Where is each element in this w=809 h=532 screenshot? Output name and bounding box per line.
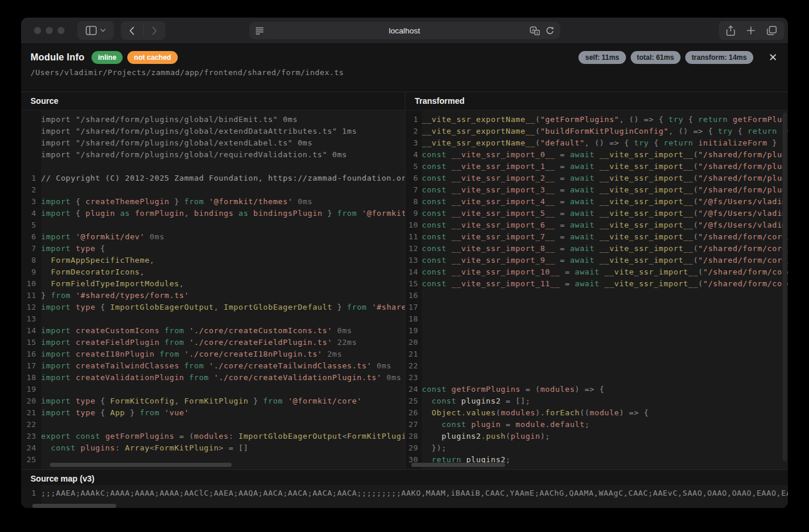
line-number: 8 (21, 255, 41, 266)
code-line: import "/shared/form/plugins/global/exte… (21, 126, 405, 137)
source-panel-title: Source (21, 92, 405, 110)
minimize-window-button[interactable] (46, 27, 53, 34)
code-line: 10const __vite_ssr_import_6__ = await __… (405, 219, 788, 231)
code-line: 2 (21, 184, 405, 196)
chevron-down-icon (100, 29, 106, 32)
transformed-vscrollbar[interactable] (783, 113, 787, 461)
code-line: 23 (405, 372, 788, 384)
line-number: 23 (405, 372, 422, 384)
line-number: 1 (21, 172, 41, 184)
code-line: 1// Copyright (C) 2012-2025 Zammad Found… (21, 172, 405, 184)
code-line: 2__vite_ssr_exportName__("buildFormKitPl… (405, 126, 788, 137)
code-line: 18 (405, 313, 788, 325)
transformed-panel-title: Transformed (405, 92, 788, 110)
line-number: 11 (21, 290, 41, 301)
line-number: 23 (21, 431, 41, 442)
line-number: 5 (21, 219, 41, 231)
line-number: 24 (405, 384, 422, 395)
code-line: 15const __vite_ssr_import_11__ = await _… (405, 278, 788, 290)
line-number: 28 (405, 431, 422, 442)
sourcemap-code-block[interactable]: 1;;;AAEA;AAAkC;AAAA;AAAA;AAAA;AAClC;AAEA… (21, 485, 788, 508)
timing-badges: self: 11mstotal: 61mstransform: 14ms (574, 51, 753, 64)
timing-badge: transform: 14ms (685, 51, 753, 64)
reload-icon[interactable] (546, 26, 554, 35)
close-icon[interactable]: ✕ (767, 52, 778, 63)
line-number: 11 (405, 231, 422, 243)
forward-button[interactable] (143, 26, 165, 35)
line-number: 8 (405, 196, 422, 208)
code-line: 24 const plugins: Array<FormKitPlugin> =… (21, 442, 405, 454)
line-number: 19 (405, 325, 422, 337)
code-line: 7const __vite_ssr_import_3__ = await __v… (405, 184, 788, 196)
line-number: 26 (405, 407, 422, 419)
line-number: 9 (405, 208, 422, 219)
tab-overview-icon[interactable] (767, 26, 777, 35)
reader-view-icon[interactable] (255, 26, 264, 35)
line-number: 20 (405, 337, 422, 348)
code-line: 14const __vite_ssr_import_10__ = await _… (405, 266, 788, 278)
code-line: 20 (405, 337, 788, 348)
share-icon[interactable] (726, 25, 735, 36)
line-number: 5 (405, 161, 422, 172)
code-line: 16 (405, 290, 788, 301)
line-number: 22 (405, 360, 422, 372)
line-number: 21 (405, 348, 422, 360)
source-hscrollbar[interactable] (50, 463, 232, 467)
sourcemap-hscrollbar[interactable] (32, 504, 116, 508)
code-line: 8 FormAppSpecificTheme, (21, 255, 405, 266)
timing-badge: self: 11ms (578, 51, 625, 64)
code-line: 23export const getFormPlugins = (modules… (21, 431, 405, 442)
code-line (21, 161, 405, 172)
code-line: 15import createFieldPlugin from './core/… (21, 337, 405, 348)
line-number: 18 (405, 313, 422, 325)
source-code-block[interactable]: import "/shared/form/plugins/global/bind… (21, 110, 405, 469)
code-line: 3import { createThemePlugin } from '@for… (21, 196, 405, 208)
line-number: 15 (21, 337, 41, 348)
sidebar-toggle-button[interactable] (77, 21, 114, 40)
code-line: 20import type { FormKitConfig, FormKitPl… (21, 395, 405, 407)
line-number: 2 (405, 126, 422, 137)
line-number: 1 (405, 114, 422, 126)
module-info-page: Module Info inlinenot cached self: 11mst… (21, 44, 788, 508)
new-tab-icon[interactable] (747, 26, 755, 35)
code-line: 21import type { App } from 'vue' (21, 407, 405, 419)
code-line: import "/shared/form/plugins/global/bind… (21, 114, 405, 126)
code-line: 9const __vite_ssr_import_5__ = await __v… (405, 208, 788, 219)
code-line: 1;;;AAEA;AAAkC;AAAA;AAAA;AAAA;AAClC;AAEA… (21, 487, 788, 499)
line-number: 9 (21, 266, 41, 278)
code-line: 17 (405, 301, 788, 313)
code-line: 22 (405, 360, 788, 372)
line-number: 25 (21, 454, 41, 466)
transformed-hscrollbar[interactable] (411, 463, 505, 467)
line-number: 3 (405, 137, 422, 149)
back-button[interactable] (121, 26, 143, 35)
translate-icon[interactable]: Ax (530, 26, 540, 35)
source-panel: Source import "/shared/form/plugins/glob… (21, 92, 405, 469)
code-line: 9 FormDecoratorIcons, (21, 266, 405, 278)
line-number: 15 (405, 278, 422, 290)
line-number: 7 (405, 184, 422, 196)
code-line: 11} from '#shared/types/form.ts' (21, 290, 405, 301)
transformed-code-block[interactable]: 1__vite_ssr_exportName__("getFormPlugins… (405, 110, 788, 469)
close-window-button[interactable] (34, 27, 41, 34)
chevron-left-icon (129, 26, 134, 35)
browser-toolbar: localhost Ax (21, 18, 788, 44)
line-number: 12 (21, 301, 41, 313)
line-number: 3 (21, 196, 41, 208)
transformed-panel: Transformed 1__vite_ssr_exportName__("ge… (405, 92, 788, 469)
address-bar[interactable]: localhost Ax (249, 22, 560, 39)
zoom-window-button[interactable] (57, 27, 65, 34)
code-line: 26 Object.values(modules).forEach((modul… (405, 407, 788, 419)
code-line: 19 (405, 325, 788, 337)
line-number: 6 (21, 231, 41, 243)
line-number: 4 (405, 149, 422, 161)
code-line: 4import { plugin as formPlugin, bindings… (21, 208, 405, 219)
line-number: 20 (21, 395, 41, 407)
sidebar-icon (86, 26, 97, 35)
line-number: 12 (405, 243, 422, 255)
sourcemap-section: Source map (v3) 1;;;AAEA;AAAkC;AAAA;AAAA… (21, 469, 788, 508)
line-number: 13 (405, 255, 422, 266)
code-line: 13const __vite_ssr_import_9__ = await __… (405, 255, 788, 266)
module-badges: inlinenot cached (92, 51, 178, 64)
line-number: 13 (21, 313, 41, 325)
